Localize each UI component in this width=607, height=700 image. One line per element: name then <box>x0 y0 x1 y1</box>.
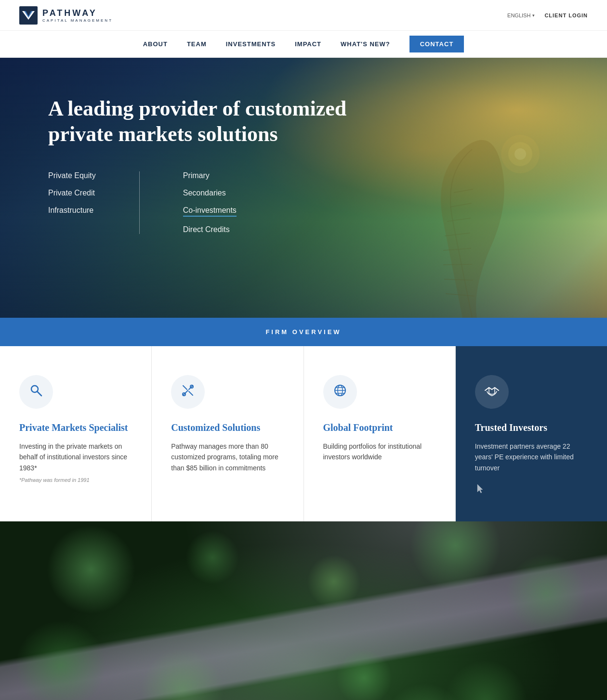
card-title-trusted-investors: Trusted Investors <box>475 422 547 433</box>
hero-col-1: Private Equity Private Credit Infrastruc… <box>48 171 96 234</box>
logo-main-text: PATHWAY <box>42 8 113 18</box>
handshake-icon <box>484 383 500 402</box>
card-private-markets: Private Markets Specialist Investing in … <box>0 346 152 521</box>
svg-line-15 <box>38 391 42 396</box>
logo-text: PATHWAY CAPITAL MANAGEMENT <box>42 8 113 23</box>
global-footprint-icon-wrap <box>323 375 357 409</box>
hero-section: A leading provider of customized private… <box>0 58 607 318</box>
cursor-icon <box>475 483 487 497</box>
card-note-private-markets: *Pathway was formed in 1991 <box>19 477 90 483</box>
cards-section: Private Markets Specialist Investing in … <box>0 346 607 521</box>
hero-link-private-credit[interactable]: Private Credit <box>48 189 96 197</box>
top-bar: PATHWAY CAPITAL MANAGEMENT ENGLISH ▾ CLI… <box>0 0 607 31</box>
nav-item-whats-new[interactable]: WHAT'S NEW? <box>341 39 390 50</box>
card-trusted-investors: Trusted Investors Investment partners av… <box>456 346 607 521</box>
card-desc-customized-solutions: Pathway manages more than 80 customized … <box>171 441 284 473</box>
card-global-footprint: Global Footprint Building portfolios for… <box>304 346 456 521</box>
card-title-private-markets: Private Markets Specialist <box>19 422 128 433</box>
svg-line-20 <box>183 386 187 389</box>
nav-item-about[interactable]: ABOUT <box>143 39 168 50</box>
tools-icon <box>180 383 196 402</box>
client-login-button[interactable]: CLIENT LOGIN <box>544 13 588 18</box>
nav-item-team[interactable]: TEAM <box>187 39 207 50</box>
card-desc-global-footprint: Building portfolios for institutional in… <box>323 441 436 463</box>
nav-bar: ABOUT TEAM INVESTMENTS IMPACT WHAT'S NEW… <box>0 31 607 58</box>
hero-headline: A leading provider of customized private… <box>48 96 347 147</box>
language-selector[interactable]: ENGLISH ▾ <box>507 13 535 18</box>
card-title-global-footprint: Global Footprint <box>323 422 393 433</box>
contact-button[interactable]: CONTACT <box>409 36 464 52</box>
aerial-background <box>0 521 607 700</box>
private-markets-icon-wrap <box>19 375 53 409</box>
language-arrow-icon: ▾ <box>532 13 535 18</box>
nav-items: ABOUT TEAM INVESTMENTS IMPACT WHAT'S NEW… <box>143 36 464 52</box>
logo-icon <box>19 6 38 25</box>
card-desc-trusted-investors: Investment partners average 22 years' PE… <box>475 441 588 473</box>
search-icon <box>28 383 44 402</box>
firm-overview-banner[interactable]: FIRM OVERVIEW <box>0 318 607 346</box>
card-title-customized-solutions: Customized Solutions <box>171 422 260 433</box>
globe-icon <box>332 383 348 402</box>
hero-col-2: Primary Secondaries Co-investments Direc… <box>183 171 237 234</box>
card-desc-private-markets: Investing in the private markets on beha… <box>19 441 132 473</box>
hero-link-direct-credits[interactable]: Direct Credits <box>183 225 237 234</box>
trusted-investors-icon-wrap <box>475 375 509 409</box>
customized-solutions-icon-wrap <box>171 375 205 409</box>
hero-link-private-equity[interactable]: Private Equity <box>48 171 96 180</box>
language-label: ENGLISH <box>507 13 530 18</box>
card-customized-solutions: Customized Solutions Pathway manages mor… <box>152 346 304 521</box>
firm-overview-label: FIRM OVERVIEW <box>265 328 341 336</box>
hero-link-primary[interactable]: Primary <box>183 171 237 180</box>
hero-link-secondaries[interactable]: Secondaries <box>183 189 237 197</box>
hero-links: Private Equity Private Credit Infrastruc… <box>48 171 559 234</box>
logo[interactable]: PATHWAY CAPITAL MANAGEMENT <box>19 6 113 25</box>
hero-link-coinvestments[interactable]: Co-investments <box>183 206 237 217</box>
nav-item-impact[interactable]: IMPACT <box>295 39 321 50</box>
top-right-actions: ENGLISH ▾ CLIENT LOGIN <box>507 13 588 18</box>
hero-content: A leading provider of customized private… <box>0 58 607 272</box>
svg-rect-0 <box>19 6 38 25</box>
hero-col-divider <box>139 171 140 234</box>
svg-line-21 <box>189 391 193 395</box>
nav-item-investments[interactable]: INVESTMENTS <box>226 39 276 50</box>
logo-sub-text: CAPITAL MANAGEMENT <box>42 18 113 23</box>
aerial-section <box>0 521 607 700</box>
hero-link-infrastructure[interactable]: Infrastructure <box>48 206 96 215</box>
